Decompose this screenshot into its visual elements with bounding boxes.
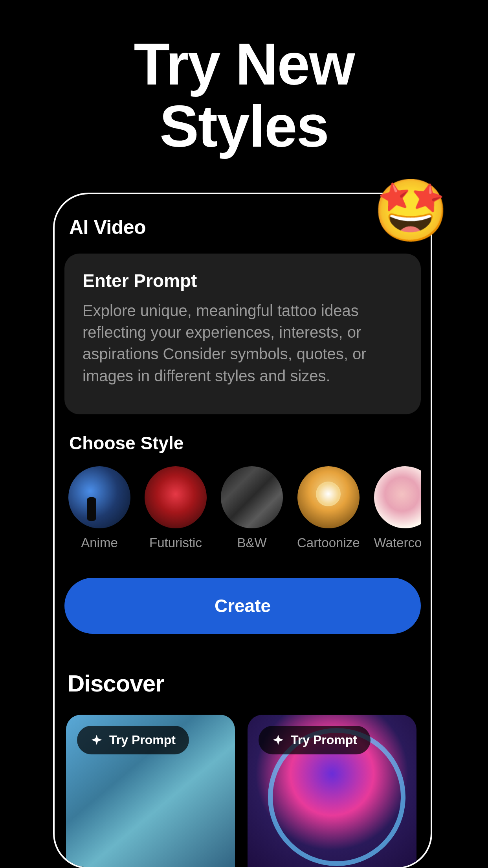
try-prompt-label: Try Prompt bbox=[291, 733, 357, 747]
sparkle-icon bbox=[272, 734, 284, 746]
style-label: Cartoonize bbox=[297, 535, 360, 550]
try-prompt-button[interactable]: Try Prompt bbox=[77, 726, 189, 754]
prompt-label: Enter Prompt bbox=[83, 270, 403, 291]
style-label: B&W bbox=[237, 535, 266, 550]
futuristic-thumbnail-icon bbox=[145, 466, 207, 528]
style-label: Anime bbox=[81, 535, 118, 550]
discover-card[interactable]: Try Prompt bbox=[66, 715, 235, 868]
try-prompt-button[interactable]: Try Prompt bbox=[259, 726, 371, 754]
star-struck-emoji-icon: 🤩 bbox=[373, 175, 449, 246]
style-label: Watercolor bbox=[374, 535, 421, 550]
discover-title: Discover bbox=[68, 670, 421, 697]
hero-title: Try New Styles bbox=[0, 0, 488, 157]
anime-thumbnail-icon bbox=[68, 466, 130, 528]
app-title: AI Video bbox=[69, 216, 421, 239]
create-button[interactable]: Create bbox=[64, 578, 421, 634]
style-item-cartoonize[interactable]: Cartoonize bbox=[297, 466, 360, 550]
style-item-futuristic[interactable]: Futuristic bbox=[145, 466, 207, 550]
watercolor-thumbnail-icon bbox=[374, 466, 421, 528]
style-item-bw[interactable]: B&W bbox=[221, 466, 283, 550]
cartoonize-thumbnail-icon bbox=[297, 466, 360, 528]
style-list: Anime Futuristic B&W Cartoonize Watercol… bbox=[64, 466, 421, 550]
hero-title-line1: Try New bbox=[134, 31, 354, 97]
style-item-watercolor[interactable]: Watercolor bbox=[374, 466, 421, 550]
discover-card[interactable]: Try Prompt bbox=[248, 715, 416, 868]
style-item-anime[interactable]: Anime bbox=[68, 466, 130, 550]
choose-style-label: Choose Style bbox=[69, 432, 421, 454]
prompt-input-card[interactable]: Enter Prompt Explore unique, meaningful … bbox=[64, 254, 421, 414]
bw-thumbnail-icon bbox=[221, 466, 283, 528]
try-prompt-label: Try Prompt bbox=[109, 733, 176, 747]
phone-mockup-frame: AI Video Enter Prompt Explore unique, me… bbox=[53, 193, 432, 868]
hero-title-line2: Styles bbox=[160, 93, 328, 159]
style-label: Futuristic bbox=[149, 535, 202, 550]
sparkle-icon bbox=[90, 734, 103, 746]
prompt-text: Explore unique, meaningful tattoo ideas … bbox=[83, 300, 403, 387]
discover-list: Try Prompt Try Prompt bbox=[64, 715, 421, 868]
